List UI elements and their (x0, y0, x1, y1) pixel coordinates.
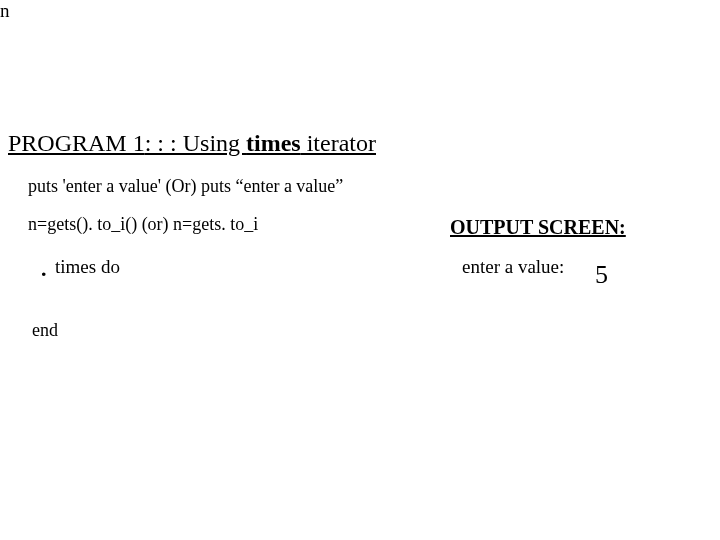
code-line-3-dot: . (40, 251, 48, 281)
heading-sep: : : : Using (145, 130, 246, 156)
code-line-1: puts 'enter a value' (Or) puts “enter a … (28, 176, 343, 197)
heading-prog: PROGRAM 1 (8, 130, 145, 156)
output-prompt: enter a value: (462, 256, 564, 278)
heading-bold: times (246, 130, 301, 156)
heading-tail: iterator (301, 130, 376, 156)
output-heading: OUTPUT SCREEN: (450, 216, 626, 239)
slide: PROGRAM 1: : : Using times iterator puts… (0, 0, 720, 540)
code-line-3-n: n (0, 0, 720, 22)
code-line-2: n=gets(). to_i() (or) n=gets. to_i (28, 214, 258, 235)
code-line-end: end (32, 320, 58, 341)
output-value: 5 (595, 260, 608, 290)
program-heading: PROGRAM 1: : : Using times iterator (8, 130, 376, 157)
code-line-3-rest: times do (55, 256, 120, 278)
